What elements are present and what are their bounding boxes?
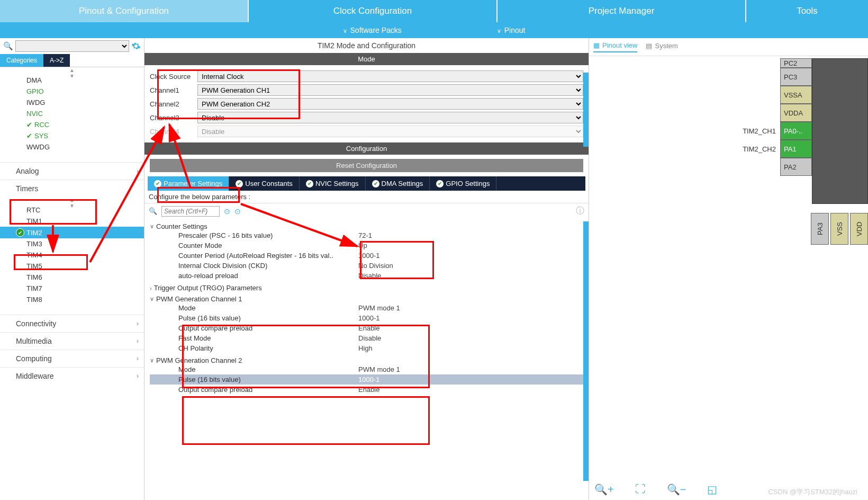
tab-pinout-view[interactable]: ▦Pinout view xyxy=(593,41,637,52)
value-pwm1-fast[interactable]: Disable xyxy=(358,334,583,342)
param-prescaler[interactable]: Prescaler (PSC - 16 bits value) xyxy=(178,231,358,239)
tab-categories[interactable]: Categories xyxy=(0,54,43,67)
zoom-in-icon[interactable]: 🔍+ xyxy=(594,483,614,496)
pin-vdda[interactable]: VDDA xyxy=(780,104,812,122)
value-pwm1-polarity[interactable]: High xyxy=(358,344,583,352)
sidebar-item-nvic[interactable]: NVIC xyxy=(0,108,144,119)
sort-icon[interactable]: ▲▼ xyxy=(0,197,144,204)
param-ckd[interactable]: Internal Clock Division (CKD) xyxy=(178,262,358,270)
peripheral-search-select[interactable] xyxy=(15,40,129,52)
value-counter-mode[interactable]: Up xyxy=(358,242,583,249)
tab-clock-config[interactable]: Clock Configuration xyxy=(249,0,498,22)
param-auto-reload[interactable]: auto-reload preload xyxy=(178,272,358,280)
subtab-dma-settings[interactable]: ✔DMA Settings xyxy=(366,176,430,191)
param-counter-mode[interactable]: Counter Mode xyxy=(178,242,358,249)
param-pwm2-mode[interactable]: Mode xyxy=(178,365,358,373)
group-connectivity[interactable]: Connectivity› xyxy=(0,315,144,332)
chevron-right-icon: › xyxy=(137,320,139,327)
group-middleware[interactable]: Middleware› xyxy=(0,367,144,385)
fit-icon[interactable]: ⛶ xyxy=(635,483,646,496)
group-trgo[interactable]: ›Trigger Output (TRGO) Parameters xyxy=(150,284,583,292)
reset-configuration-button[interactable]: Reset Configuration xyxy=(150,159,583,172)
tab-system-view[interactable]: ▤System xyxy=(646,41,677,52)
value-pwm2-preload[interactable]: Enable xyxy=(358,386,583,394)
gear-icon[interactable] xyxy=(131,41,141,51)
sidebar-item-tim5[interactable]: TIM5 xyxy=(0,261,144,272)
pin-vss[interactable]: VSS xyxy=(830,213,848,245)
label-tim2-ch1: TIM2_CH1 xyxy=(733,127,780,135)
group-pwm-ch1[interactable]: ∨PWM Generation Channel 1 xyxy=(150,295,583,303)
pin-pc2[interactable]: PC2 xyxy=(780,58,812,68)
pin-vdd[interactable]: VDD xyxy=(850,213,868,245)
param-pwm1-polarity[interactable]: CH Polarity xyxy=(178,344,358,352)
param-pwm1-fast[interactable]: Fast Mode xyxy=(178,334,358,342)
sort-icon[interactable]: ▲▼ xyxy=(0,67,144,75)
next-button[interactable]: ⊙ xyxy=(234,207,241,216)
group-multimedia[interactable]: Multimedia› xyxy=(0,332,144,350)
subnav-software-packs[interactable]: ∨Software Packs xyxy=(343,26,402,34)
value-ckd[interactable]: No Division xyxy=(358,262,583,270)
value-pwm1-pulse[interactable]: 1000-1 xyxy=(358,314,583,322)
sidebar-item-tim7[interactable]: TIM7 xyxy=(0,283,144,294)
param-pwm1-pulse[interactable]: Pulse (16 bits value) xyxy=(178,314,358,322)
check-icon: ✔ xyxy=(236,180,243,188)
select-channel2[interactable]: PWM Generation CH2 xyxy=(197,98,583,110)
value-pwm2-pulse[interactable]: 1000-1 xyxy=(358,376,583,383)
value-pwm1-preload[interactable]: Enable xyxy=(358,324,583,332)
sidebar-item-tim2[interactable]: ✔TIM2 xyxy=(0,227,144,238)
info-icon[interactable]: ⓘ xyxy=(576,206,584,217)
label-channel3: Channel3 xyxy=(150,114,197,122)
sidebar-item-sys[interactable]: ✔SYS xyxy=(0,130,144,141)
group-counter-settings[interactable]: ∨Counter Settings xyxy=(150,222,583,230)
subnav-pinout[interactable]: ∨Pinout xyxy=(497,26,526,34)
pin-pa2[interactable]: PA2 xyxy=(780,158,812,176)
sidebar-item-tim1[interactable]: TIM1 xyxy=(0,216,144,227)
subtab-user-constants[interactable]: ✔User Constants xyxy=(229,176,300,191)
group-pwm-ch2[interactable]: ∨PWM Generation Channel 2 xyxy=(150,356,583,364)
zoom-out-icon[interactable]: 🔍− xyxy=(667,483,686,496)
pinout-diagram[interactable]: PC2 PC3 VSSA VDDA TIM2_CH1PA0-.. TIM2_CH… xyxy=(589,56,868,500)
sidebar-item-tim8[interactable]: TIM8 xyxy=(0,294,144,305)
pin-vssa[interactable]: VSSA xyxy=(780,86,812,104)
mode-scrollbar[interactable] xyxy=(583,73,589,147)
sidebar-item-tim3[interactable]: TIM3 xyxy=(0,238,144,249)
pin-pa0[interactable]: PA0-.. xyxy=(780,122,812,140)
param-pwm1-preload[interactable]: Output compare preload xyxy=(178,324,358,332)
select-clock-source[interactable]: Internal Clock xyxy=(197,70,583,82)
value-prescaler[interactable]: 72-1 xyxy=(358,231,583,239)
sidebar-item-tim4[interactable]: TIM4 xyxy=(0,249,144,261)
sidebar-item-tim6[interactable]: TIM6 xyxy=(0,272,144,283)
group-analog[interactable]: Analog› xyxy=(0,162,144,180)
rotate-icon[interactable]: ◱ xyxy=(707,483,717,496)
sidebar-item-iwdg[interactable]: IWDG xyxy=(0,97,144,108)
value-pwm2-mode[interactable]: PWM mode 1 xyxy=(358,365,583,373)
param-counter-period[interactable]: Counter Period (AutoReload Register - 16… xyxy=(178,252,358,260)
subtab-gpio-settings[interactable]: ✔GPIO Settings xyxy=(430,176,496,191)
select-channel4[interactable]: Disable xyxy=(197,126,583,137)
pin-pc3[interactable]: PC3 xyxy=(780,68,812,86)
value-auto-reload[interactable]: Disable xyxy=(358,272,583,280)
subtab-nvic-settings[interactable]: ✔NVIC Settings xyxy=(300,176,366,191)
pin-pa3[interactable]: PA3 xyxy=(811,213,829,245)
group-timers[interactable]: Timers xyxy=(0,180,144,197)
param-pwm2-pulse[interactable]: Pulse (16 bits value) xyxy=(178,376,358,383)
group-computing[interactable]: Computing› xyxy=(0,350,144,367)
pin-pa1[interactable]: PA1 xyxy=(780,140,812,158)
tab-tools[interactable]: Tools xyxy=(746,0,868,22)
params-scrollbar[interactable] xyxy=(583,221,589,481)
select-channel1[interactable]: PWM Generation CH1 xyxy=(197,84,583,96)
tab-project-manager[interactable]: Project Manager xyxy=(498,0,746,22)
value-counter-period[interactable]: 1000-1 xyxy=(358,252,583,260)
prev-button[interactable]: ⊙ xyxy=(224,207,230,216)
subtab-parameter-settings[interactable]: ✔Parameter Settings xyxy=(148,176,229,191)
param-pwm2-preload[interactable]: Output compare preload xyxy=(178,386,358,394)
tab-az[interactable]: A->Z xyxy=(43,54,70,67)
param-search-input[interactable] xyxy=(161,206,220,217)
sidebar-item-gpio[interactable]: GPIO xyxy=(0,86,144,97)
value-pwm1-mode[interactable]: PWM mode 1 xyxy=(358,304,583,312)
sidebar-item-wwdg[interactable]: WWDG xyxy=(0,141,144,153)
tab-pinout-config[interactable]: Pinout & Configuration xyxy=(0,0,249,22)
param-pwm1-mode[interactable]: Mode xyxy=(178,304,358,312)
sidebar-item-rcc[interactable]: ✔RCC xyxy=(0,119,144,130)
select-channel3[interactable]: Disable xyxy=(197,112,583,123)
